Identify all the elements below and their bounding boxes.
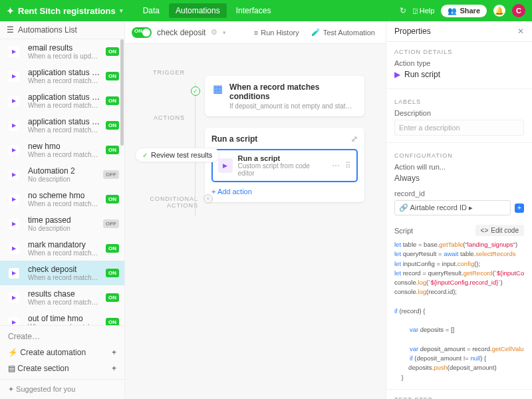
status-badge: ON	[106, 47, 119, 56]
automation-icon	[5, 169, 23, 181]
automation-icon	[5, 70, 23, 82]
test-automation-button[interactable]: 🧪 Test Automation	[307, 26, 379, 39]
sidebar-item-title: no scheme hmo	[28, 191, 100, 200]
sidebar-item[interactable]: Automation 2 No description OFF	[0, 162, 124, 187]
trigger-title: When a record matches conditions	[229, 82, 356, 101]
nav-interfaces[interactable]: Interfaces	[229, 3, 278, 18]
top-bar: ✦ Rent Sitch registrations ▾ Data Automa…	[0, 0, 532, 21]
status-badge: ON	[106, 195, 119, 203]
create-section[interactable]: ▤ Create section+	[0, 360, 124, 376]
check-icon: ✓	[142, 152, 148, 159]
sidebar-item-title: application status - triage 2	[28, 92, 100, 102]
status-badge: ON	[106, 121, 119, 130]
sidebar-item-subtitle: When a record matches conditi...	[28, 77, 100, 84]
sidebar-item[interactable]: application status - triage 2 When a rec…	[0, 88, 124, 113]
sidebar-item[interactable]: time passed No description OFF	[0, 211, 124, 236]
sidebar-item-subtitle: When a record matches conditi...	[28, 274, 100, 281]
sidebar-item-subtitle: When a record matches conditi...	[28, 323, 100, 325]
always-value[interactable]: Always	[386, 174, 532, 190]
automation-name[interactable]: check deposit	[157, 28, 205, 37]
script-icon	[218, 158, 233, 173]
status-badge: OFF	[103, 170, 119, 179]
avatar[interactable]: C	[512, 4, 525, 17]
test-step-heading: TEST STEP	[386, 389, 532, 399]
help-link[interactable]: ⍰ Help	[413, 7, 435, 15]
history-icon[interactable]: ↻	[400, 6, 406, 15]
edit-code-button[interactable]: <> Edit code	[475, 225, 524, 236]
sidebar-header[interactable]: ☰ Automations List	[0, 21, 124, 39]
properties-panel: Properties ✕ ACTION DETAILS Action type …	[386, 21, 532, 399]
automation-icon	[5, 317, 23, 326]
code-preview: let table = base.getTable("landing_signu…	[394, 240, 524, 382]
automation-icon	[5, 46, 23, 58]
sidebar-item[interactable]: email results When a record is updated, …	[0, 39, 124, 64]
close-icon[interactable]: ✕	[517, 27, 524, 36]
action-run-script[interactable]: Run a script Custom script from code edi…	[211, 149, 358, 182]
add-action-button[interactable]: + Add action	[211, 188, 358, 196]
automation-canvas: ON check deposit ⚙ ▾ ≡ Run History 🧪 Tes…	[125, 21, 386, 399]
record-id-select[interactable]: 🔗 Airtable record ID ▸	[394, 200, 511, 215]
automation-icon	[5, 144, 23, 156]
status-badge: ON	[106, 318, 119, 325]
chevron-down-icon[interactable]: ▾	[223, 29, 226, 36]
automation-toggle[interactable]: ON	[132, 27, 152, 38]
sidebar-item[interactable]: application status - triage 1 When a rec…	[0, 113, 124, 138]
sidebar-item[interactable]: new hmo When a record matches conditi...…	[0, 138, 124, 162]
automation-icon	[5, 292, 23, 304]
sidebar-item[interactable]: application status - compl... When a rec…	[0, 64, 124, 88]
sidebar-item[interactable]: mark mandatory When a record matches con…	[0, 236, 124, 261]
sidebar-item-title: check deposit	[28, 265, 100, 274]
add-conditional-icon[interactable]: +	[203, 194, 213, 203]
sidebar-item-title: results chase	[28, 289, 100, 299]
sidebar-item[interactable]: no scheme hmo When a record matches cond…	[0, 187, 124, 211]
review-test-results[interactable]: ✓ Review test results	[135, 148, 219, 162]
sidebar-item-subtitle: No description	[28, 176, 98, 183]
app-icon: ✦	[7, 6, 14, 16]
create-automation[interactable]: ⚡ Create automation+	[0, 344, 124, 360]
script-subtitle: Custom script from code editor	[238, 162, 327, 177]
trigger-subtitle: If deposit_amount is not empty and statu…	[229, 102, 356, 110]
automation-icon	[5, 120, 23, 132]
drag-handle-icon[interactable]: ⠿	[345, 161, 351, 170]
nav-data[interactable]: Data	[136, 3, 166, 18]
suggested-for-you[interactable]: ✦ Suggested for you	[0, 379, 124, 399]
gear-icon[interactable]: ⚙	[211, 28, 217, 37]
sidebar-item-title: application status - triage 1	[28, 117, 100, 126]
status-badge: ON	[106, 244, 119, 253]
record-id-label: record_id	[386, 190, 532, 200]
share-button[interactable]: 👥 Share	[441, 5, 487, 17]
trigger-section-label: TRIGGER	[145, 69, 185, 76]
hamburger-icon: ☰	[7, 25, 14, 35]
action-menu-icon[interactable]: ⋯	[332, 161, 340, 170]
nav-automations[interactable]: Automations	[169, 3, 227, 18]
status-badge: ON	[106, 293, 119, 302]
add-input-var-button[interactable]: +	[515, 203, 524, 213]
description-input[interactable]: Enter a description	[394, 120, 524, 136]
action-type-label: Action type	[386, 59, 532, 70]
description-label: Description	[386, 109, 532, 120]
action-type-select[interactable]: ▶Run script	[386, 70, 532, 86]
status-badge: OFF	[103, 219, 119, 228]
automation-icon	[5, 267, 23, 279]
conditions-icon: ▦	[213, 82, 223, 95]
sidebar-item-subtitle: When a record matches conditi...	[28, 102, 100, 109]
sidebar: ☰ Automations List email results When a …	[0, 21, 125, 399]
automation-icon	[5, 218, 23, 230]
app-title[interactable]: ✦ Rent Sitch registrations ▾	[7, 6, 123, 16]
sidebar-item-subtitle: When a record is updated, run ...	[28, 53, 100, 60]
labels-heading: LABELS	[386, 92, 532, 109]
actions-card: Run a script⤢ Run a script Custom script…	[205, 128, 364, 202]
notifications-icon[interactable]: 🔔	[493, 5, 505, 17]
expand-icon[interactable]: ⤢	[351, 134, 358, 144]
top-nav: Data Automations Interfaces	[136, 3, 278, 18]
sidebar-item[interactable]: results chase When a record matches cond…	[0, 285, 124, 310]
actions-card-title: Run a script	[211, 134, 257, 144]
trigger-card[interactable]: ▦ When a record matches conditions If de…	[205, 76, 364, 116]
sidebar-item-subtitle: When a record matches conditi...	[28, 249, 100, 257]
sidebar-item[interactable]: out of time hmo When a record matches co…	[0, 310, 124, 325]
sidebar-item[interactable]: check deposit When a record matches cond…	[0, 261, 124, 285]
sidebar-item-title: mark mandatory	[28, 240, 100, 249]
run-history-button[interactable]: ≡ Run History	[250, 26, 303, 39]
action-will-run-label: Action will run...	[386, 163, 532, 174]
conditional-actions-label: CONDITIONAL ACTIONS	[125, 196, 198, 209]
